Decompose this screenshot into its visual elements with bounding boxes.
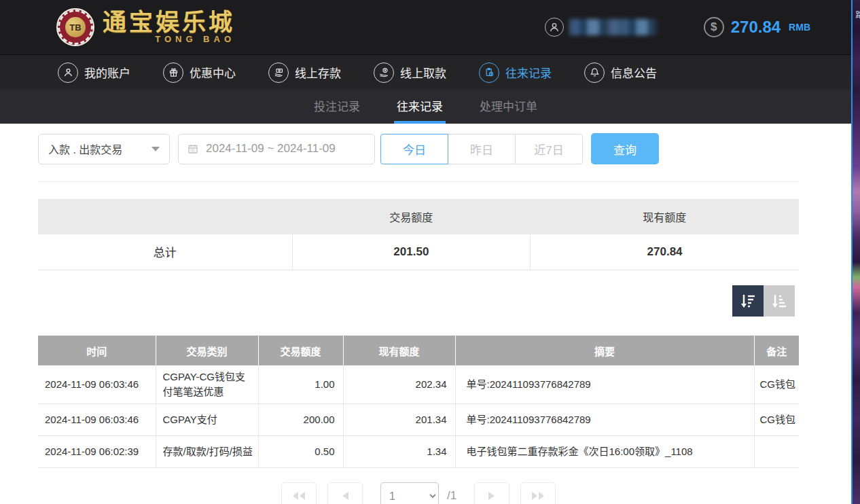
quick-yesterday-button[interactable]: 昨日: [448, 134, 516, 164]
page-select[interactable]: 1: [380, 482, 439, 504]
cell-amount: 200.00: [258, 403, 343, 435]
summary-transaction-amount: 201.50: [292, 234, 531, 270]
user-account[interactable]: [545, 18, 656, 37]
nav-label: 信息公告: [611, 64, 657, 81]
top-header: TB 通宝娱乐城 TONG BAO $ 270.84 RMB: [0, 0, 851, 54]
withdraw-icon: [374, 62, 394, 83]
page-select-wrap: 1 /1: [380, 482, 456, 504]
cell-amount: 1.00: [258, 365, 343, 403]
chevron-down-icon: [151, 147, 160, 151]
cell-type: 存款/取款/打码/损益: [156, 435, 258, 467]
gift-icon: [163, 62, 183, 83]
cell-note: CG钱包: [754, 403, 799, 435]
cell-note: [754, 435, 799, 467]
col-type: 交易类别: [156, 336, 258, 365]
bell-icon: [584, 62, 605, 83]
cell-time: 2024-11-09 06:02:39: [38, 435, 156, 467]
summary-header-current-amount: 现有额度: [531, 199, 799, 234]
tab-transaction-records[interactable]: 往来记录: [394, 90, 446, 124]
col-time: 时间: [38, 336, 156, 365]
date-range-value: 2024-11-09 ~ 2024-11-09: [206, 142, 336, 156]
header-right: $ 270.84 RMB: [545, 0, 810, 54]
date-range-input[interactable]: 2024-11-09 ~ 2024-11-09: [178, 134, 375, 164]
cell-summary: 单号:202411093776842789: [455, 403, 754, 435]
records-header-row: 时间 交易类别 交易额度 现有额度 摘要 备注: [38, 336, 799, 365]
nav-label: 优惠中心: [190, 64, 236, 81]
cell-note: CG钱包: [754, 365, 799, 403]
table-row: 2024-11-09 06:03:46 CGPAY-CG钱包支付笔笔送优惠 1.…: [38, 365, 799, 403]
cell-summary: 电子钱包第二重存款彩金《次日16:00领取》_1108: [455, 435, 754, 467]
sort-controls: [732, 285, 795, 317]
cell-time: 2024-11-09 06:03:46: [38, 365, 156, 403]
nav-label: 线上存款: [295, 64, 341, 81]
page-total-label: /1: [447, 489, 456, 503]
cell-balance: 201.34: [343, 403, 455, 435]
transaction-type-value: 入款 . 出款交易: [48, 141, 122, 157]
chip-monogram: TB: [65, 17, 86, 37]
previous-page-button[interactable]: [327, 482, 363, 504]
next-page-button[interactable]: [474, 482, 509, 504]
nav-item-announcements[interactable]: 信息公告: [584, 62, 657, 83]
section-divider: [38, 181, 799, 182]
records-table: 时间 交易类别 交易额度 现有额度 摘要 备注 2024-11-09 06:03…: [38, 336, 799, 468]
username-redacted: [569, 19, 656, 35]
nav-item-online-withdraw[interactable]: 线上取款: [374, 62, 446, 83]
table-row: 2024-11-09 06:02:39 存款/取款/打码/损益 0.50 1.3…: [38, 435, 799, 467]
records-tab-bar: 投注记录 往来记录 处理中订单: [0, 90, 851, 124]
calendar-icon: [187, 143, 199, 155]
summary-current-amount: 270.84: [531, 234, 799, 270]
logo-title: 通宝娱乐城: [103, 11, 235, 35]
summary-table: 交易额度 现有额度 总计 201.50 270.84: [38, 199, 799, 270]
pagination: 1 /1: [38, 482, 799, 504]
first-page-button[interactable]: [281, 482, 317, 504]
last-page-button[interactable]: [520, 482, 556, 504]
col-note: 备注: [754, 336, 799, 365]
summary-header-empty: [38, 199, 292, 234]
balance-amount: 270.84: [731, 18, 781, 37]
quick-date-group: 今日 昨日 近7日: [380, 134, 583, 164]
sort-ascending-button[interactable]: [764, 285, 795, 317]
main-nav: 我的账户 优惠中心 线上存款: [0, 54, 851, 90]
table-row: 2024-11-09 06:03:46 CGPAY支付 200.00 201.3…: [38, 403, 799, 435]
deposit-icon: [268, 62, 289, 83]
transaction-records-page: TB 通宝娱乐城 TONG BAO $ 270.84 RMB: [0, 0, 860, 504]
nav-item-promotions[interactable]: 优惠中心: [163, 62, 236, 83]
quick-today-button[interactable]: 今日: [380, 134, 448, 164]
balance-display: $ 270.84 RMB: [704, 17, 810, 37]
nav-label: 我的账户: [84, 64, 130, 81]
balance-currency: RMB: [789, 22, 810, 33]
cell-balance: 1.34: [343, 435, 455, 467]
casino-chip-icon: TB: [58, 10, 93, 45]
dollar-icon: $: [704, 17, 724, 37]
cell-time: 2024-11-09 06:03:46: [38, 403, 156, 435]
summary-total-row: 总计 201.50 270.84: [38, 234, 799, 270]
logo-text: 通宝娱乐城 TONG BAO: [103, 11, 235, 44]
tab-pending-orders[interactable]: 处理中订单: [477, 90, 540, 124]
summary-header-row: 交易额度 现有额度: [38, 199, 799, 234]
tab-betting-records[interactable]: 投注记录: [311, 90, 363, 124]
site-logo[interactable]: TB 通宝娱乐城 TONG BAO: [58, 10, 235, 45]
cell-type: CGPAY支付: [156, 403, 258, 435]
nav-label: 往来记录: [505, 64, 552, 81]
records-icon: [479, 62, 499, 83]
cell-summary: 单号:202411093776842789: [455, 365, 754, 403]
col-balance: 现有额度: [343, 336, 455, 365]
user-icon: [545, 18, 564, 37]
col-summary: 摘要: [455, 336, 754, 365]
sort-descending-button[interactable]: [732, 285, 764, 317]
summary-total-label: 总计: [38, 234, 292, 270]
nav-item-online-deposit[interactable]: 线上存款: [268, 62, 341, 83]
nav-item-my-account[interactable]: 我的账户: [58, 62, 130, 83]
nav-label: 线上取款: [400, 64, 446, 81]
background-page-edge-strip: 路: [851, 0, 860, 504]
strip-partial-text: 路: [853, 11, 860, 20]
account-icon: [58, 62, 78, 83]
quick-last7days-button[interactable]: 近7日: [515, 134, 583, 164]
cell-type: CGPAY-CG钱包支付笔笔送优惠: [156, 365, 258, 403]
cell-amount: 0.50: [258, 435, 343, 467]
query-button[interactable]: 查询: [591, 133, 659, 164]
nav-item-transaction-records[interactable]: 往来记录: [479, 62, 552, 83]
transaction-type-select[interactable]: 入款 . 出款交易: [38, 134, 170, 164]
summary-header-transaction-amount: 交易额度: [292, 199, 531, 234]
cell-balance: 202.34: [343, 365, 455, 403]
